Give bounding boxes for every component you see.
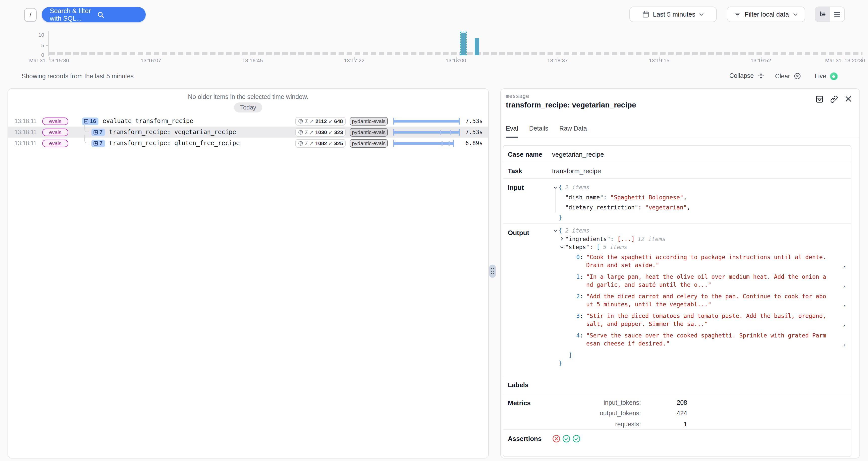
- tree-view-button[interactable]: [815, 7, 830, 22]
- colon: :: [580, 253, 583, 269]
- step-item: 3: "Stir in the diced tomatoes and tomat…: [572, 312, 851, 328]
- colon: :: [580, 312, 583, 328]
- span-name: evaluate transform_recipe: [103, 118, 193, 125]
- expand-children-badge[interactable]: 7: [91, 140, 105, 147]
- items-note: 2 items: [565, 226, 589, 235]
- collapsed-array[interactable]: [...]: [617, 235, 635, 243]
- service-tag[interactable]: pydantic-evals: [350, 139, 388, 147]
- histogram-bar[interactable]: [461, 33, 466, 55]
- indent-guide: [555, 189, 556, 212]
- output-json: { 2 items "ingredients": [...] 12 items …: [549, 224, 851, 376]
- view-mode-toggle: [815, 6, 845, 22]
- copy-link-icon[interactable]: [830, 95, 838, 103]
- status-row: Showing records from the last 5 minutes …: [0, 72, 868, 82]
- scope-badge[interactable]: evals: [42, 128, 68, 136]
- duration-text: 7.53s: [460, 128, 483, 135]
- trace-list-panel: No older items in the selected time wind…: [7, 88, 489, 459]
- assertion-fail-icon[interactable]: [552, 434, 561, 453]
- colon: :: [580, 292, 583, 309]
- step-index: 3: [572, 312, 580, 328]
- expand-children-badge[interactable]: 7: [91, 128, 105, 136]
- token-usage-chip[interactable]: Σ ↗1030 ↙323: [296, 128, 346, 136]
- row-timestamp: 13:18:11: [14, 140, 36, 146]
- colon: :: [580, 331, 583, 348]
- clear-label: Clear: [775, 72, 790, 80]
- live-label: Live: [815, 73, 826, 80]
- metric-value: 424: [641, 410, 687, 419]
- trace-rows: 13:18:11 evals 16 evaluate transform_rec…: [8, 116, 488, 149]
- histogram-bar[interactable]: [475, 38, 479, 55]
- scope-badge[interactable]: evals: [42, 117, 68, 125]
- step-text: "In a large pan, heat the olive oil over…: [586, 272, 826, 289]
- histogram-bars[interactable]: [0, 29, 868, 55]
- task-label: Task: [503, 162, 549, 178]
- close-bracket: ]: [569, 351, 572, 359]
- time-range-dropdown[interactable]: Last 5 minutes: [629, 6, 717, 22]
- assertions-icons: [552, 434, 581, 453]
- token-usage-chip[interactable]: Σ ↗1082 ↙325: [296, 139, 346, 147]
- json-key: "dietary_restriction":: [565, 203, 642, 212]
- plus-square-icon: [93, 141, 98, 146]
- input-tokens-count: 1030: [315, 129, 327, 135]
- close-icon[interactable]: [844, 95, 852, 103]
- chevron-down-icon[interactable]: [552, 228, 559, 233]
- output-tokens-count: 323: [334, 129, 343, 135]
- comma: ,: [687, 203, 690, 212]
- trace-row-gluten-free-recipe[interactable]: 13:18:11 evals 7 transform_recipe: glute…: [8, 137, 488, 149]
- dock-panel-icon[interactable]: [815, 95, 824, 103]
- step-index: 2: [572, 292, 580, 309]
- comma: ,: [842, 281, 846, 289]
- list-view-button[interactable]: [830, 7, 844, 22]
- json-value: "vegetarian": [645, 203, 687, 212]
- input-tokens-arrow: ↗: [310, 118, 314, 124]
- step-index: 0: [572, 253, 580, 269]
- showing-records-text: Showing records from the last 5 minutes: [22, 73, 134, 80]
- comma: ,: [842, 300, 846, 309]
- steps-list: 0: "Cook the spaghetti according to pack…: [559, 253, 851, 348]
- items-note: 12 items: [638, 235, 665, 243]
- slash-shortcut-key[interactable]: /: [24, 8, 37, 22]
- tab-raw-data[interactable]: Raw Data: [559, 125, 587, 137]
- duration-text: 6.89s: [460, 140, 483, 147]
- collapse-button[interactable]: Collapse: [730, 72, 764, 79]
- coin-icon: [298, 129, 303, 135]
- chevron-down-icon[interactable]: [559, 245, 565, 250]
- close-brace: }: [559, 212, 562, 222]
- trace-row-evaluate-transform-recipe[interactable]: 13:18:11 evals 16 evaluate transform_rec…: [8, 116, 488, 127]
- chevron-down-icon: [793, 11, 798, 17]
- output-tokens-count: 648: [334, 118, 343, 124]
- chevron-down-icon[interactable]: [552, 185, 559, 190]
- output-tokens-arrow: ↙: [329, 129, 333, 135]
- tab-details[interactable]: Details: [529, 125, 548, 137]
- step-text: "Add the diced carrot and celery to the …: [586, 292, 826, 309]
- collapse-label: Collapse: [730, 72, 754, 79]
- records-histogram[interactable]: 1050 Mar 31. 13:15:3013:16:0713:16:4513:…: [0, 29, 868, 69]
- open-brace: {: [559, 226, 562, 235]
- filter-local-data-dropdown[interactable]: Filter local data: [727, 6, 805, 22]
- chevron-right-icon[interactable]: [559, 237, 565, 241]
- token-usage-chip[interactable]: Σ ↗2112 ↙648: [296, 117, 346, 125]
- comma: ,: [842, 261, 846, 269]
- duration-bar: [393, 140, 460, 146]
- scope-badge[interactable]: evals: [42, 140, 68, 147]
- span-kind-label: message: [506, 93, 529, 99]
- search-input[interactable]: Search & filter with SQL...: [42, 7, 146, 22]
- app-window: / Search & filter with SQL... Last 5 min…: [0, 0, 868, 461]
- step-item: 0: "Cook the spaghetti according to pack…: [572, 253, 851, 269]
- sigma-icon: Σ: [305, 141, 308, 146]
- panel-resize-handle[interactable]: [489, 265, 496, 278]
- tree-connector: [84, 134, 89, 143]
- tab-eval[interactable]: Eval: [506, 125, 518, 137]
- assertion-pass-icon[interactable]: [572, 434, 581, 453]
- assertion-pass-icon[interactable]: [562, 434, 570, 453]
- live-toggle[interactable]: Live: [815, 72, 838, 80]
- service-tag[interactable]: pydantic-evals: [350, 128, 388, 136]
- json-key: "ingredients":: [565, 235, 614, 243]
- clear-button[interactable]: Clear: [775, 72, 801, 80]
- metric-value: 208: [641, 399, 687, 408]
- step-text: "Cook the spaghetti according to package…: [586, 253, 826, 269]
- service-tag[interactable]: pydantic-evals: [350, 117, 388, 125]
- coin-icon: [298, 141, 303, 146]
- trace-row-vegetarian-recipe[interactable]: 13:18:11 evals 7 transform_recipe: veget…: [8, 127, 488, 137]
- calendar-icon: [642, 10, 649, 18]
